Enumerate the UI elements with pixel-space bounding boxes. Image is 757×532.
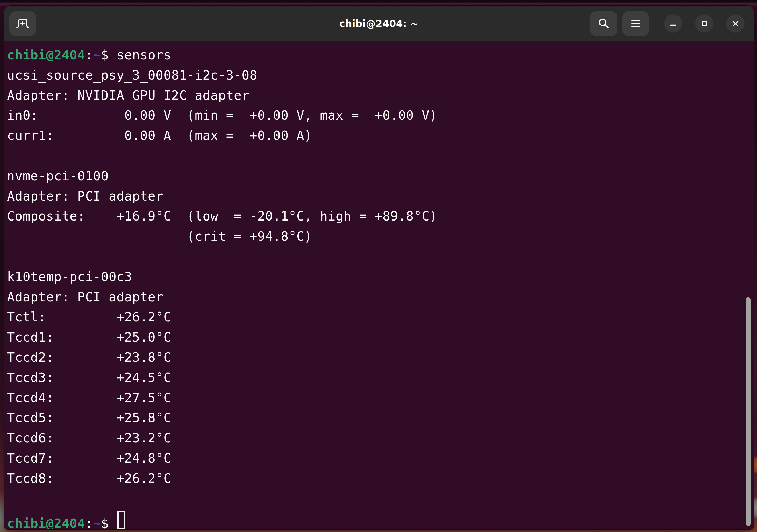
maximize-icon	[699, 18, 710, 29]
prompt-dollar: $	[101, 48, 116, 62]
terminal-output-line	[7, 146, 749, 166]
maximize-button[interactable]	[695, 14, 713, 33]
terminal-output-line: Tccd5: +25.8°C	[7, 408, 749, 428]
search-button[interactable]	[590, 12, 617, 36]
terminal-output-line: curr1: 0.00 A (max = +0.00 A)	[7, 126, 749, 146]
terminal-prompt-line: chibi@2404:~$	[7, 509, 749, 529]
terminal-output-area[interactable]: chibi@2404:~$ sensorsucsi_source_psy_3_0…	[4, 42, 754, 529]
terminal-prompt-line: chibi@2404:~$ sensors	[7, 45, 749, 65]
close-icon	[730, 18, 741, 29]
terminal-output-line: nvme-pci-0100	[7, 166, 749, 186]
terminal-output-line: Adapter: PCI adapter	[7, 287, 749, 307]
terminal-output-line: Tccd7: +24.8°C	[7, 448, 749, 469]
minimize-button[interactable]	[664, 14, 682, 33]
output-text: Tccd2: +23.8°C	[7, 350, 171, 365]
terminal-window: chibi@2404: ~	[4, 6, 754, 529]
hamburger-menu-icon	[629, 17, 642, 30]
terminal-output-line	[7, 247, 749, 267]
output-text: (crit = +94.8°C)	[7, 229, 312, 244]
output-text: Tccd3: +24.5°C	[7, 370, 171, 385]
terminal-output-line: Adapter: PCI adapter	[7, 186, 749, 206]
terminal-output-line: Tccd4: +27.5°C	[7, 388, 749, 408]
prompt-user-host: chibi@2404	[7, 48, 85, 62]
prompt-path: ~	[93, 48, 101, 62]
prompt-colon: :	[85, 516, 93, 529]
terminal-output-line: in0: 0.00 V (min = +0.00 V, max = +0.00 …	[7, 106, 749, 126]
scrollbar-thumb[interactable]	[746, 297, 750, 526]
prompt-colon: :	[85, 48, 93, 62]
output-text: Adapter: PCI adapter	[7, 290, 164, 304]
output-text: Tctl: +26.2°C	[7, 310, 171, 325]
search-icon	[597, 16, 611, 31]
output-text: Tccd7: +24.8°C	[7, 451, 171, 466]
prompt-path: ~	[93, 516, 101, 529]
output-text: curr1: 0.00 A (max = +0.00 A)	[7, 128, 312, 143]
output-text: k10temp-pci-00c3	[7, 269, 132, 284]
output-text: Composite: +16.9°C (low = -20.1°C, high …	[7, 209, 437, 224]
command-text: sensors	[117, 48, 171, 62]
terminal-output-line: Tccd2: +23.8°C	[7, 348, 749, 368]
output-text: in0: 0.00 V (min = +0.00 V, max = +0.00 …	[7, 108, 437, 123]
new-tab-icon	[15, 15, 31, 32]
output-text: nvme-pci-0100	[7, 169, 109, 183]
menu-button[interactable]	[622, 12, 649, 36]
terminal-output-line: ucsi_source_psy_3_00081-i2c-3-08	[7, 65, 749, 85]
terminal-output-line: Adapter: NVIDIA GPU I2C adapter	[7, 85, 749, 106]
terminal-output-line: Tctl: +26.2°C	[7, 307, 749, 327]
terminal-output-line: Tccd6: +23.2°C	[7, 428, 749, 448]
terminal-output-line: k10temp-pci-00c3	[7, 267, 749, 287]
output-text: ucsi_source_psy_3_00081-i2c-3-08	[7, 68, 257, 83]
close-button[interactable]	[726, 14, 744, 33]
header-bar: chibi@2404: ~	[4, 6, 754, 42]
prompt-dollar: $	[101, 516, 116, 529]
output-text: Tccd4: +27.5°C	[7, 391, 171, 405]
terminal-output-line: Tccd8: +26.2°C	[7, 469, 749, 489]
output-text: Tccd5: +25.8°C	[7, 411, 171, 425]
output-text: Adapter: PCI adapter	[7, 189, 164, 204]
terminal-output-line	[7, 489, 749, 509]
prompt-user-host: chibi@2404	[7, 516, 85, 529]
output-text: Tccd1: +25.0°C	[7, 330, 171, 345]
terminal-output-line: Tccd1: +25.0°C	[7, 327, 749, 348]
terminal-output-line: Composite: +16.9°C (low = -20.1°C, high …	[7, 206, 749, 227]
output-text: Tccd6: +23.2°C	[7, 431, 171, 446]
minimize-icon	[668, 18, 679, 29]
terminal-output-line: Tccd3: +24.5°C	[7, 368, 749, 388]
terminal-cursor	[117, 511, 125, 529]
terminal-output-line: (crit = +94.8°C)	[7, 227, 749, 247]
output-text: Adapter: NVIDIA GPU I2C adapter	[7, 88, 250, 103]
output-text: Tccd8: +26.2°C	[7, 471, 171, 486]
new-tab-button[interactable]	[9, 12, 36, 36]
